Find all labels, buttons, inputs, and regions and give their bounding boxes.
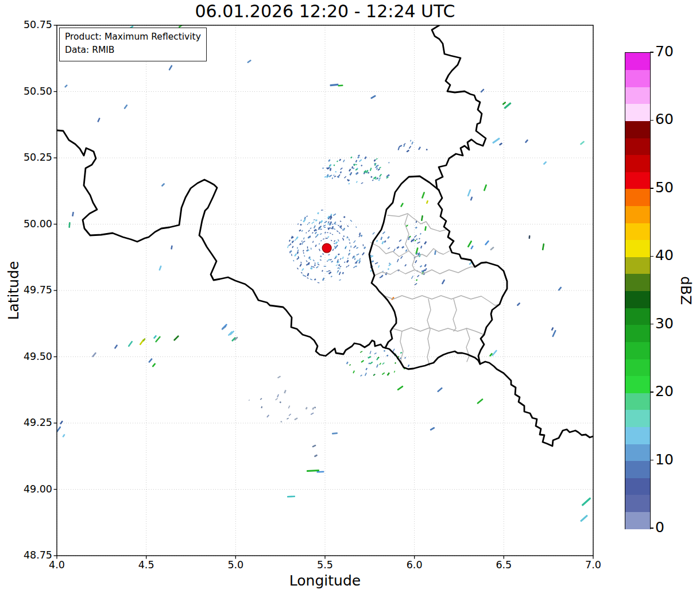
echo-streak <box>551 327 554 331</box>
echo-speckle <box>311 222 314 224</box>
echo-speckle <box>359 232 361 235</box>
clutter-ring-dot <box>323 238 324 239</box>
colorbar-tick-label: 40 <box>655 247 674 263</box>
colorbar-band <box>625 461 650 478</box>
clutter-ring-dot <box>308 222 310 224</box>
colorbar-band <box>625 155 650 172</box>
clutter-ring-dot <box>301 272 303 274</box>
echo-speckle <box>280 421 282 422</box>
echo-speckle <box>299 263 301 266</box>
echo-streak <box>581 497 591 506</box>
echo-speckle <box>384 241 386 243</box>
echo-speckle <box>292 246 293 248</box>
echo-speckle <box>396 246 399 249</box>
echo-speckle <box>317 212 319 214</box>
echo-speckle <box>397 259 399 262</box>
clutter-ring-dot <box>340 258 342 259</box>
echo-speckle <box>376 158 378 160</box>
echo-speckle <box>376 358 378 360</box>
echo-speckle <box>362 252 365 255</box>
clutter-ring-dot <box>311 247 312 249</box>
echo-streak <box>60 420 63 424</box>
clutter-ring-dot <box>304 255 305 257</box>
echo-speckle <box>403 143 405 145</box>
clutter-ring-dot <box>349 239 350 241</box>
colorbar-tick-mark <box>650 460 653 461</box>
echo-speckle <box>299 243 301 245</box>
clutter-ring-dot <box>307 224 308 225</box>
echo-speckle <box>358 261 361 264</box>
radar-figure: 06.01.2026 12:20 - 12:24 UTC Product: Ma… <box>0 0 700 597</box>
echo-speckle <box>359 159 362 162</box>
radar-site-dot <box>322 243 331 253</box>
echo-speckle <box>417 275 419 277</box>
echo-speckle <box>342 272 344 274</box>
echo-streak <box>72 212 74 216</box>
x-tick-label: 4.5 <box>128 559 165 571</box>
echo-streak <box>221 325 226 330</box>
echo-streak <box>437 387 443 392</box>
echo-speckle <box>414 235 417 238</box>
echo-speckle <box>398 147 400 150</box>
clutter-ring-dot <box>347 258 349 259</box>
echo-speckle <box>356 247 358 249</box>
y-tick-label: 50.50 <box>21 86 52 97</box>
echo-speckle <box>416 238 417 240</box>
clutter-ring-dot <box>301 241 303 242</box>
colorbar-band <box>625 257 650 274</box>
echo-speckle <box>277 394 279 398</box>
clutter-ring-dot <box>324 227 326 228</box>
echo-speckle <box>380 237 382 240</box>
echo-speckle <box>400 256 403 259</box>
echo-speckle <box>346 260 349 263</box>
colorbar-band <box>625 206 650 223</box>
echo-streak <box>123 104 127 110</box>
colorbar-tick-label: 30 <box>655 315 674 332</box>
echo-speckle <box>300 224 302 226</box>
colorbar-tick-label: 50 <box>655 179 674 196</box>
echo-speckle <box>317 262 319 263</box>
clutter-ring-dot <box>303 252 304 254</box>
clutter-ring-dot <box>319 249 320 251</box>
echo-speckle <box>361 183 363 184</box>
echo-speckle <box>277 375 281 378</box>
clutter-ring-dot <box>318 264 320 266</box>
echo-speckle <box>334 176 337 177</box>
clutter-ring-dot <box>312 266 315 268</box>
product-info-line: Product: Maximum Reflectivity <box>65 30 201 44</box>
echo-speckle <box>332 177 333 179</box>
region-border <box>392 328 484 335</box>
clutter-ring-dot <box>320 233 322 235</box>
colorbar-band <box>625 427 650 444</box>
colorbar-band <box>625 172 650 189</box>
echo-speckle <box>353 370 355 373</box>
echo-streak <box>153 335 157 339</box>
colorbar-band <box>625 308 650 325</box>
clutter-ring-dot <box>339 279 341 281</box>
echo-streak <box>542 243 545 250</box>
colorbar-band <box>625 478 650 495</box>
echo-speckle <box>303 219 305 222</box>
echo-speckle <box>310 258 311 260</box>
colorbar-tick-mark <box>650 188 653 189</box>
echo-speckle <box>361 360 364 363</box>
echo-speckle <box>404 357 405 359</box>
echo-speckle <box>320 220 323 223</box>
colorbar-band <box>625 189 650 206</box>
echo-speckle <box>312 407 314 410</box>
colorbar-band <box>625 495 650 512</box>
echo-streak <box>528 235 530 239</box>
echo-speckle <box>266 414 269 417</box>
clutter-ring-dot <box>306 216 308 218</box>
echo-speckle <box>328 272 332 274</box>
x-tick-label: 5.5 <box>307 559 343 571</box>
echo-speckle <box>327 167 330 170</box>
clutter-ring-dot <box>300 219 302 221</box>
clutter-ring-dot <box>310 278 312 280</box>
echo-streak <box>161 183 165 187</box>
colorbar-band <box>625 410 650 427</box>
echo-streak <box>477 398 484 404</box>
echo-speckle <box>339 159 341 161</box>
echo-speckle <box>275 398 278 400</box>
echo-speckle <box>372 179 374 181</box>
